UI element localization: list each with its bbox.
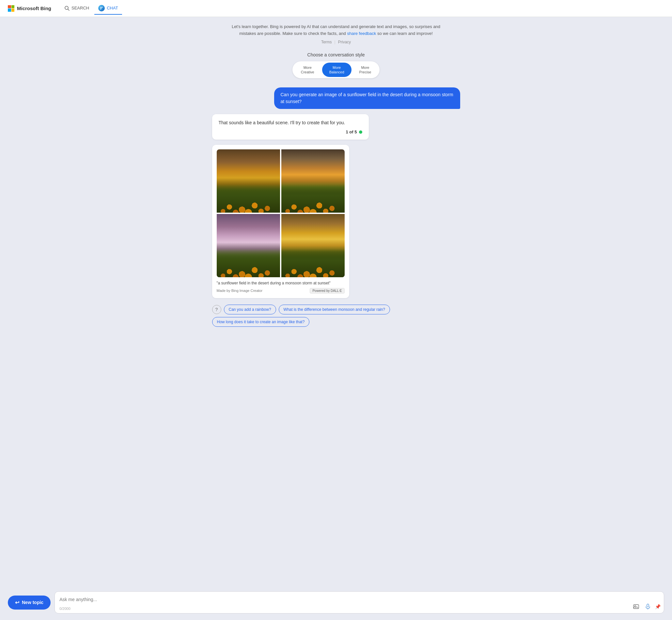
ms-logo-icon — [8, 5, 14, 12]
bot-counter: 1 of 5 — [219, 130, 362, 135]
suggestions-icon[interactable]: ? — [212, 305, 221, 314]
bot-text-message: That sounds like a beautiful scene. I'll… — [212, 114, 369, 140]
new-topic-button[interactable]: ↩ New topic — [8, 596, 51, 610]
input-box: 0/2000 📌 — [54, 591, 664, 614]
style-creative-line2: Creative — [301, 70, 314, 74]
nav-chat[interactable]: CHAT — [94, 2, 122, 15]
style-creative-line1: More — [301, 65, 314, 70]
header: Microsoft Bing SEARCH CHAT — [0, 0, 672, 17]
style-buttons: More Creative More Balanced More Precise — [292, 61, 380, 79]
style-precise-line1: More — [359, 65, 371, 70]
microphone-button[interactable] — [643, 602, 653, 611]
chat-icon — [98, 5, 105, 11]
microphone-icon — [645, 604, 651, 610]
generated-image-3[interactable] — [217, 214, 280, 277]
user-message-bubble: Can you generate an image of a sunflower… — [274, 88, 460, 109]
image-search-button[interactable] — [631, 602, 641, 611]
bottom-bar: ↩ New topic 0/2000 📌 — [0, 587, 672, 620]
banner-suffix: so we can learn and improve! — [377, 31, 433, 36]
nav-search[interactable]: SEARCH — [60, 3, 93, 14]
info-links: Terms | Privacy — [321, 40, 351, 44]
terms-link[interactable]: Terms — [321, 40, 332, 44]
bot-reply-text: That sounds like a beautiful scene. I'll… — [219, 119, 362, 126]
suggest-chip-1[interactable]: What is the difference between monsoon a… — [279, 305, 390, 314]
style-balanced-line2: Balanced — [329, 70, 344, 74]
info-banner: Let's learn together. Bing is powered by… — [232, 23, 441, 37]
style-btn-balanced[interactable]: More Balanced — [322, 63, 351, 77]
style-balanced-line1: More — [329, 65, 344, 70]
dalle-badge: Powered by DALL·E — [310, 288, 344, 294]
image-credit: Made by Bing Image Creator — [217, 289, 263, 293]
nav-search-label: SEARCH — [71, 6, 89, 10]
image-card: "a sunflower field in the desert during … — [212, 145, 349, 298]
main-content: Let's learn together. Bing is powered by… — [0, 17, 672, 620]
search-icon — [64, 6, 69, 11]
status-dot — [359, 131, 362, 134]
user-message-wrapper: Can you generate an image of a sunflower… — [212, 88, 460, 109]
new-topic-icon: ↩ — [15, 600, 19, 606]
image-caption: "a sunflower field in the desert during … — [217, 280, 345, 286]
image-footer: Made by Bing Image Creator Powered by DA… — [217, 288, 345, 294]
style-section: Choose a conversation style More Creativ… — [292, 52, 380, 79]
suggest-chip-2[interactable]: How long does it take to create an image… — [212, 317, 310, 327]
style-precise-line2: Precise — [359, 70, 371, 74]
brand-logo[interactable]: Microsoft Bing — [8, 5, 51, 12]
image-grid — [217, 149, 345, 277]
generated-image-1[interactable] — [217, 149, 280, 213]
chat-input[interactable] — [59, 595, 659, 604]
suggest-chip-0[interactable]: Can you add a rainbow? — [224, 305, 276, 314]
chat-area: Can you generate an image of a sunflower… — [212, 88, 460, 327]
feedback-link[interactable]: share feedback — [347, 31, 376, 36]
svg-rect-4 — [647, 604, 649, 607]
svg-point-3 — [635, 606, 636, 607]
style-label: Choose a conversation style — [307, 52, 365, 57]
new-topic-label: New topic — [22, 600, 43, 605]
nav-chat-label: CHAT — [107, 6, 118, 10]
input-actions: 📌 — [631, 602, 661, 611]
privacy-link[interactable]: Privacy — [338, 40, 351, 44]
svg-line-1 — [68, 9, 69, 10]
generated-image-4[interactable] — [281, 214, 345, 277]
link-divider: | — [335, 40, 336, 44]
style-btn-precise[interactable]: More Precise — [352, 63, 379, 77]
pin-icon: 📌 — [655, 604, 661, 609]
counter-value: 1 of 5 — [346, 130, 357, 135]
generated-image-2[interactable] — [281, 149, 345, 213]
brand-name: Microsoft Bing — [17, 6, 51, 11]
suggestions-row: ? Can you add a rainbow? What is the dif… — [212, 305, 460, 327]
input-counter: 0/2000 — [59, 607, 70, 611]
style-btn-creative[interactable]: More Creative — [294, 63, 322, 77]
main-nav: SEARCH CHAT — [60, 2, 122, 15]
image-upload-icon — [633, 604, 639, 610]
